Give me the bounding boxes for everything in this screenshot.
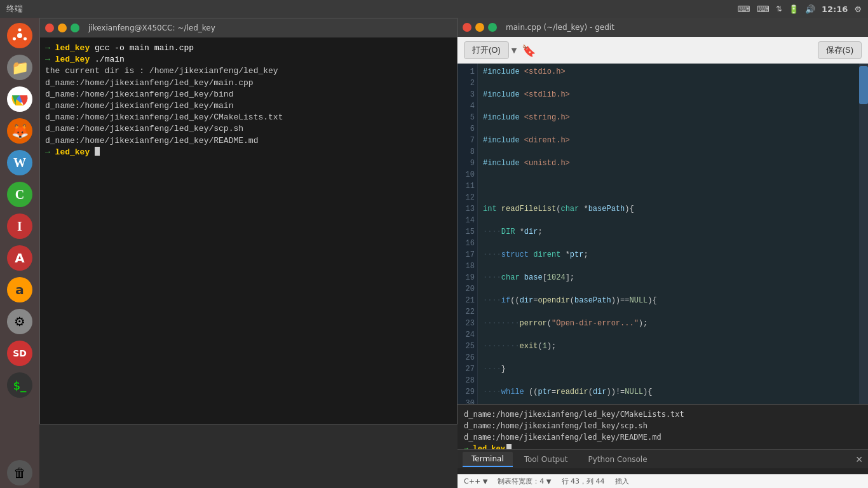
open-dropdown-arrow[interactable]: ▼ (512, 46, 517, 55)
top-bar-left: 终端 (6, 3, 23, 15)
dock-item-calc[interactable]: C (4, 179, 35, 210)
dock-item-settings[interactable]: ⚙ (4, 306, 35, 337)
font-icon: A (7, 245, 32, 271)
terminal-max-btn[interactable] (71, 24, 79, 32)
status-pos-label: 行 43，列 44 (562, 477, 605, 485)
terminal-line-7: d_name:/home/jikexianfeng/led_key/CMakeL… (45, 112, 452, 123)
dock-item-impress[interactable]: I (4, 211, 35, 241)
term-prompt-2: → (45, 54, 50, 65)
gedit-toolbar: 打开(O) ▼ 🔖 保存(S) (458, 37, 868, 64)
dock-item-amazon[interactable]: a (4, 274, 35, 305)
editor-scrollbar[interactable] (859, 64, 868, 404)
close-panel-icon[interactable]: ✕ (855, 454, 863, 464)
line-num-3: 3 (459, 89, 475, 100)
calc-icon: C (7, 182, 32, 207)
line-num-14: 14 (459, 215, 475, 226)
tab-python-console[interactable]: Python Console (580, 452, 656, 466)
gedit-code-area[interactable]: 1 2 3 4 5 6 7 8 9 10 11 12 13 14 15 16 1… (458, 64, 868, 404)
terminal-line-1: → led_key gcc -o main main.cpp (45, 43, 452, 54)
svg-point-3 (24, 37, 27, 41)
gedit-close-btn[interactable] (463, 23, 471, 32)
status-mode-label: 插入 (615, 477, 629, 485)
bottom-line2-text: d_name:/home/jikexianfeng/led_key/scp.sh (464, 421, 648, 430)
terminal-body[interactable]: → led_key gcc -o main main.cpp → led_key… (40, 37, 457, 424)
writer-icon: W (7, 150, 32, 175)
trash-icon: 🗑 (7, 460, 32, 485)
line-num-8: 8 (459, 146, 475, 158)
gedit-terminal-output: d_name:/home/jikexianfeng/led_key/CMakeL… (458, 405, 868, 449)
line-num-25: 25 (459, 341, 475, 352)
line-num-28: 28 (459, 375, 475, 386)
tab-python-console-label: Python Console (588, 455, 648, 464)
dock-item-terminal[interactable]: $_ (4, 370, 35, 400)
code-line-5: #include <unistd.h> (483, 158, 854, 169)
dock-item-trash[interactable]: 🗑 (4, 458, 35, 488)
terminal-line-2: → led_key ./main (45, 54, 452, 65)
line-num-24: 24 (459, 329, 475, 341)
dock-item-firefox[interactable]: 🦊 (4, 116, 35, 146)
code-line-13: ········exit(1); (483, 341, 854, 352)
status-mode: 插入 (615, 477, 629, 486)
bottom-line1-text: d_name:/home/jikexianfeng/led_key/CMakeL… (464, 410, 684, 419)
terminal-titlebar: jikexianfeng@X450CC: ~/led_key (40, 18, 457, 37)
line-num-20: 20 (459, 283, 475, 295)
open-button[interactable]: 打开(O) (464, 41, 509, 59)
keyboard-icon: ⌨ (737, 4, 750, 14)
tab-tool-output[interactable]: Tool Output (515, 452, 577, 466)
term-text-9: d_name:/home/jikexianfeng/led_key/README… (45, 135, 258, 147)
line-num-6: 6 (459, 123, 475, 135)
line-num-19: 19 (459, 272, 475, 283)
dock-item-sd[interactable]: SD (4, 338, 35, 369)
battery-icon: 🔋 (789, 4, 799, 14)
gedit-titlebar: main.cpp (~/led_key) - gedit (458, 18, 868, 37)
bottom-cursor (506, 444, 512, 449)
open-dropdown[interactable]: 打开(O) ▼ (464, 41, 517, 59)
line-num-4: 4 (459, 100, 475, 112)
bottom-prompt-line: → led_key (464, 443, 862, 449)
gedit-tabs-bar: Terminal Tool Output Python Console ✕ (458, 449, 868, 468)
code-line-9: ····struct dirent *ptr; (483, 249, 854, 261)
term-prompt-10: → (45, 147, 50, 158)
term-highlight-1: led_key (50, 43, 90, 54)
line-num-29: 29 (459, 386, 475, 398)
terminal-line-9: d_name:/home/jikexianfeng/led_key/README… (45, 135, 452, 147)
gedit-min-btn[interactable] (475, 23, 484, 32)
status-tab-arrow: ▼ (546, 478, 552, 485)
term-cmd-2: ./main (90, 54, 125, 65)
arrow-icon: ⇅ (776, 4, 782, 13)
terminal-icon: $_ (7, 372, 32, 398)
term-cmd-1: gcc -o main main.cpp (90, 43, 194, 54)
gedit-max-btn[interactable] (488, 23, 497, 32)
terminal-line-10: → led_key (45, 147, 452, 158)
tab-tool-output-label: Tool Output (524, 455, 568, 464)
top-bar-app-label: 终端 (6, 3, 23, 15)
term-highlight-2: led_key (50, 54, 90, 65)
gedit-title: main.cpp (~/led_key) - gedit (506, 23, 614, 32)
save-button[interactable]: 保存(S) (818, 41, 862, 59)
dock-item-font[interactable]: A (4, 243, 35, 273)
terminal-close-btn[interactable] (45, 24, 54, 32)
code-line-14: ····} (483, 363, 854, 375)
firefox-icon: 🦊 (7, 118, 32, 144)
dock-item-chrome[interactable] (4, 84, 35, 114)
dock-item-writer[interactable]: W (4, 147, 35, 178)
dock-item-ubuntu[interactable] (4, 20, 35, 51)
power-icon: ⚙ (854, 4, 862, 14)
term-cursor (95, 147, 100, 156)
term-text-3: the current dir is : /home/jikexianfeng/… (45, 65, 278, 77)
status-lang[interactable]: C++ ▼ (464, 477, 487, 485)
svg-point-4 (13, 37, 16, 41)
tab-terminal[interactable]: Terminal (463, 452, 513, 467)
gedit-bottom-panel: d_name:/home/jikexianfeng/led_key/CMakeL… (458, 404, 868, 474)
line-num-1: 1 (459, 66, 475, 78)
dock-item-files[interactable]: 📁 (4, 52, 35, 83)
scrollbar-thumb[interactable] (859, 66, 868, 104)
status-tab-width: 制表符宽度：4 ▼ (498, 477, 551, 486)
main-area: jikexianfeng@X450CC: ~/led_key → led_key… (39, 18, 868, 488)
terminal-min-btn[interactable] (58, 24, 67, 32)
line-num-27: 27 (459, 363, 475, 375)
line-num-26: 26 (459, 352, 475, 363)
line-num-12: 12 (459, 192, 475, 203)
terminal-line-5: d_name:/home/jikexianfeng/led_key/bind (45, 89, 452, 100)
code-editor[interactable]: #include <stdio.h> #include <stdlib.h> #… (478, 64, 859, 404)
